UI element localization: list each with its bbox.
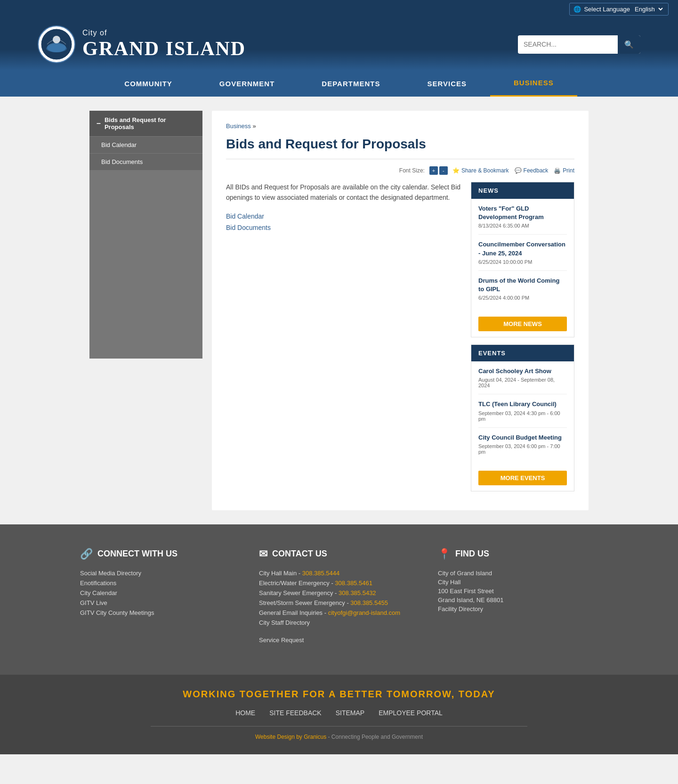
content-body: All BIDs and Request for Proposals are a… — [226, 182, 574, 498]
phone-electric[interactable]: 308.385.5461 — [335, 580, 372, 587]
news-widget-body: Voters "For" GLD Development Program 8/1… — [471, 199, 574, 312]
search-input[interactable] — [518, 36, 618, 53]
top-bar: 🌐 Select Language English Español — [0, 0, 678, 18]
find-line-4: Grand Island, NE 68801 — [438, 596, 598, 604]
feedback-icon: 💬 — [515, 167, 522, 174]
share-bookmark-link[interactable]: ⭐ Share & Bookmark — [452, 167, 509, 174]
events-widget-body: Carol Schooley Art Show August 04, 2024 … — [471, 361, 574, 466]
svg-point-2 — [46, 45, 67, 52]
language-label: Select Language — [584, 6, 630, 13]
breadcrumb-business-link[interactable]: Business — [226, 122, 251, 130]
nav-business[interactable]: BUSINESS — [490, 70, 577, 97]
contact-icon: ✉ — [259, 548, 267, 560]
news-widget: NEWS Voters "For" GLD Development Progra… — [471, 182, 574, 337]
footer-gitv-county-link[interactable]: GITV City County Meetings — [80, 609, 240, 616]
footer-gitv-live-link[interactable]: GITV Live — [80, 599, 240, 606]
bottom-employee-portal-link[interactable]: EMPLOYEE PORTAL — [379, 709, 443, 717]
footer-enotifications-link[interactable]: Enotifications — [80, 580, 240, 587]
city-of-label: City of — [82, 29, 246, 37]
sidebar-item-bid-documents[interactable]: Bid Documents — [89, 153, 202, 170]
events-widget-header: EVENTS — [471, 345, 574, 361]
footer-social-media-link[interactable]: Social Media Directory — [80, 570, 240, 577]
nav-government[interactable]: GOVERNMENT — [196, 71, 299, 96]
contact-row-4: Street/Storm Sewer Emergency - 308.385.5… — [259, 599, 419, 606]
news-date-1: 8/13/2024 6:35:00 AM — [478, 223, 567, 229]
more-events-button[interactable]: MORE EVENTS — [478, 471, 567, 485]
more-news-button[interactable]: MORE NEWS — [478, 317, 567, 331]
news-date-3: 6/25/2024 4:00:00 PM — [478, 295, 567, 301]
nav-departments[interactable]: DEPARTMENTS — [298, 71, 404, 96]
bottom-feedback-link[interactable]: SITE FEEDBACK — [269, 709, 321, 717]
event-date-2: September 03, 2024 4:30 pm - 6:00 pm — [478, 410, 567, 422]
share-icon: ⭐ — [452, 167, 460, 174]
event-title-3: City Council Budget Meeting — [478, 433, 567, 442]
news-item-2: Councilmember Conversation - June 25, 20… — [478, 240, 567, 270]
breadcrumb: Business » — [226, 122, 574, 130]
print-icon: 🖨️ — [554, 167, 561, 174]
phone-storm[interactable]: 308.385.5455 — [350, 599, 388, 606]
news-item-1: Voters "For" GLD Development Program 8/1… — [478, 204, 567, 235]
sidebar: – Bids and Request for Proposals Bid Cal… — [89, 111, 202, 510]
language-selector[interactable]: 🌐 Select Language English Español — [569, 3, 669, 16]
main-content: Business » Bids and Request for Proposal… — [212, 111, 589, 510]
contact-row-3: Sanitary Sewer Emergency - 308.385.5432 — [259, 589, 419, 596]
sidebar-widgets: NEWS Voters "For" GLD Development Progra… — [471, 182, 574, 498]
main-nav: COMMUNITY GOVERNMENT DEPARTMENTS SERVICE… — [0, 70, 678, 97]
nav-services[interactable]: SERVICES — [404, 71, 490, 96]
site-title: City of Grand Island — [82, 29, 246, 60]
footer-staff-directory-link[interactable]: City Staff Directory — [259, 619, 419, 626]
language-dropdown[interactable]: English Español — [633, 5, 664, 13]
search-button[interactable]: 🔍 — [618, 35, 640, 54]
toolbar-links: ⭐ Share & Bookmark 💬 Feedback 🖨️ Print — [452, 167, 574, 174]
content-bid-calendar-link[interactable]: Bid Calendar — [226, 212, 461, 220]
footer-find-us: 📍 FIND US City of Grand Island City Hall… — [438, 548, 598, 646]
search-area: 🔍 — [518, 35, 640, 54]
site-header: City of Grand Island 🔍 — [0, 18, 678, 70]
find-line-3: 100 East First Street — [438, 588, 598, 595]
logo-area: City of Grand Island — [38, 25, 246, 63]
contact-row-5: General Email Inquiries - cityofgi@grand… — [259, 609, 419, 616]
grand-island-label: Grand Island — [82, 37, 246, 60]
bottom-sitemap-link[interactable]: SITEMAP — [336, 709, 364, 717]
bottom-credit: Website Design by Granicus - Connecting … — [9, 734, 669, 740]
sidebar-item-bid-calendar[interactable]: Bid Calendar — [89, 136, 202, 153]
font-decrease-button[interactable]: - — [439, 166, 448, 175]
email-general[interactable]: cityofgi@grand-island.com — [328, 609, 400, 616]
footer-contact: ✉ CONTACT US City Hall Main - 308.385.54… — [259, 548, 419, 646]
content-wrapper: – Bids and Request for Proposals Bid Cal… — [80, 111, 598, 510]
news-title-3: Drums of the World Coming to GIPL — [478, 277, 567, 294]
content-bid-documents-link[interactable]: Bid Documents — [226, 224, 461, 231]
connect-heading: 🔗 CONNECT WITH US — [80, 548, 240, 560]
events-widget: EVENTS Carol Schooley Art Show August 04… — [471, 344, 574, 491]
print-link[interactable]: 🖨️ Print — [554, 167, 574, 174]
footer-grid: 🔗 CONNECT WITH US Social Media Directory… — [80, 548, 598, 646]
find-line-2: City Hall — [438, 579, 598, 586]
news-date-2: 6/25/2024 10:00:00 PM — [478, 259, 567, 265]
news-item-3: Drums of the World Coming to GIPL 6/25/2… — [478, 277, 567, 306]
logo-svg — [40, 28, 73, 61]
facility-directory-link[interactable]: Facility Directory — [438, 605, 598, 612]
event-date-3: September 03, 2024 6:00 pm - 7:00 pm — [478, 443, 567, 455]
footer-connect: 🔗 CONNECT WITH US Social Media Directory… — [80, 548, 240, 646]
contact-heading: ✉ CONTACT US — [259, 548, 419, 560]
footer: 🔗 CONNECT WITH US Social Media Directory… — [0, 524, 678, 675]
news-title-2: Councilmember Conversation - June 25, 20… — [478, 240, 567, 257]
content-text: All BIDs and Request for Proposals are a… — [226, 182, 461, 203]
font-increase-button[interactable]: + — [429, 166, 438, 175]
font-size-label: Font Size: — [399, 167, 425, 174]
granicus-link[interactable]: Website Design by Granicus — [255, 734, 326, 740]
bottom-home-link[interactable]: HOME — [235, 709, 255, 717]
phone-main[interactable]: 308.385.5444 — [302, 570, 340, 577]
phone-sewer[interactable]: 308.385.5432 — [339, 589, 376, 596]
feedback-link[interactable]: 💬 Feedback — [515, 167, 549, 174]
credit-sub: - Connecting People and Government — [328, 734, 423, 740]
event-item-2: TLC (Teen Library Council) September 03,… — [478, 400, 567, 427]
sidebar-title[interactable]: – Bids and Request for Proposals — [89, 111, 202, 136]
tagline: WORKING TOGETHER FOR A BETTER TOMORROW, … — [9, 689, 669, 700]
footer-service-request-link[interactable]: Service Request — [259, 637, 419, 644]
breadcrumb-separator: » — [252, 122, 256, 130]
footer-city-calendar-link[interactable]: City Calendar — [80, 589, 240, 596]
nav-community[interactable]: COMMUNITY — [101, 71, 196, 96]
sidebar-title-label: Bids and Request for Proposals — [105, 116, 195, 131]
connect-icon: 🔗 — [80, 548, 93, 560]
